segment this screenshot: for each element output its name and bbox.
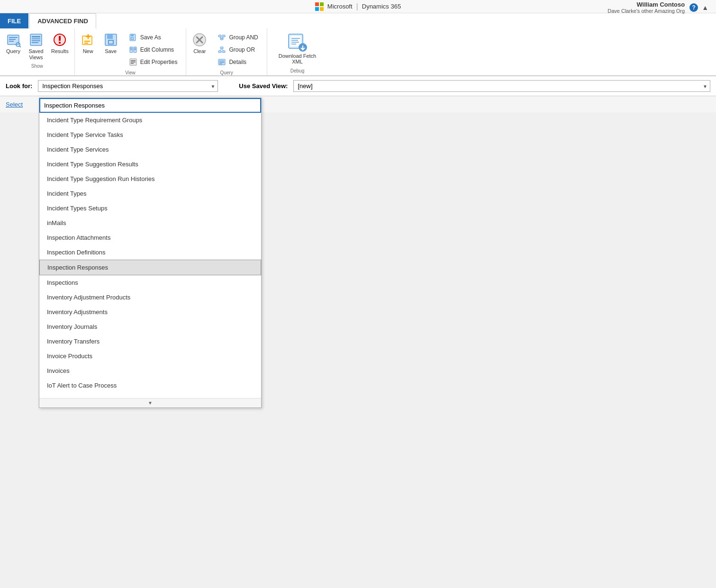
ribbon: FILE ADVANCED FIND (0, 13, 716, 76)
dropdown-item[interactable]: Inventory Adjustment Products (39, 290, 261, 305)
svg-rect-1 (320, 2, 324, 6)
dropdown-search-input[interactable] (39, 98, 261, 113)
edit-properties-button[interactable]: Edit Properties (126, 57, 181, 67)
saved-views-button[interactable]: Saved Views (25, 30, 47, 63)
dropdown-overlay: Incident Type Requirement GroupsIncident… (39, 98, 262, 408)
group-or-label: Group OR (229, 46, 255, 53)
microsoft-logo (315, 2, 324, 11)
edit-columns-button[interactable]: Edit Columns (126, 45, 181, 55)
download-icon (286, 33, 309, 52)
tab-advanced-find[interactable]: ADVANCED FIND (29, 13, 96, 28)
brand-d365: Dynamics 365 (362, 3, 401, 10)
svg-rect-44 (218, 35, 221, 37)
lookfor-bar: Look for: Inspection Responses ▼ Use Sav… (0, 76, 716, 96)
new-icon (81, 32, 96, 47)
svg-rect-34 (134, 48, 136, 49)
settings-icon[interactable]: ▲ (702, 4, 708, 11)
dropdown-item[interactable]: Incident Types (39, 186, 261, 201)
select-btn-area: Select (0, 96, 28, 112)
clear-button[interactable]: Clear (188, 30, 211, 56)
dropdown-item[interactable]: Incident Type Services (39, 142, 261, 157)
brand-divider: | (356, 2, 358, 11)
debug-group-label: Debug (271, 68, 324, 73)
dropdown-item[interactable]: Inspection Responses (39, 260, 261, 275)
new-button[interactable]: New (77, 30, 100, 56)
dropdown-item[interactable]: Inspections (39, 275, 261, 290)
view-small-buttons: Save As (122, 30, 184, 69)
svg-rect-33 (130, 48, 132, 49)
svg-rect-50 (218, 51, 221, 53)
details-button[interactable]: Details (215, 57, 261, 67)
lookfor-label: Look for: (6, 82, 32, 90)
group-or-button[interactable]: Group OR (215, 45, 261, 55)
saved-views-label: Saved Views (28, 48, 43, 61)
dropdown-item[interactable]: Incident Type Suggestion Run Histories (39, 172, 261, 186)
svg-rect-57 (219, 63, 222, 64)
svg-line-9 (19, 46, 21, 47)
use-saved-view-select[interactable]: [new] (293, 80, 710, 92)
svg-rect-49 (220, 47, 223, 49)
group-and-button[interactable]: Group AND (215, 32, 261, 43)
results-icon (52, 32, 67, 47)
group-or-icon (218, 45, 226, 54)
view-group-label: View (77, 70, 184, 75)
download-fetch-xml-button[interactable]: Download Fetch XML (271, 30, 324, 67)
svg-rect-45 (222, 35, 225, 37)
save-button[interactable]: Save (100, 30, 122, 56)
results-button[interactable]: Results (47, 30, 73, 56)
svg-rect-14 (32, 42, 38, 43)
save-icon (103, 32, 118, 47)
dropdown-item[interactable]: IoT Alert to Case Process (39, 378, 261, 393)
svg-line-52 (220, 49, 222, 51)
dropdown-item[interactable]: Inventory Journals (39, 319, 261, 334)
ribbon-content: Query Saved Views (0, 28, 716, 76)
svg-rect-24 (107, 34, 113, 39)
svg-rect-7 (9, 41, 14, 42)
brand-bar: Microsoft | Dynamics 365 (315, 2, 401, 11)
svg-rect-5 (9, 37, 18, 38)
dropdown-item[interactable]: Invoices (39, 363, 261, 378)
svg-rect-35 (130, 49, 132, 50)
svg-rect-13 (32, 40, 40, 41)
save-as-button[interactable]: Save As (126, 32, 181, 43)
dropdown-item[interactable]: Incident Type Suggestion Results (39, 157, 261, 172)
help-icon[interactable]: ? (689, 3, 698, 12)
query-label: Query (6, 48, 20, 54)
dropdown-item[interactable]: inMails (39, 216, 261, 230)
svg-rect-36 (134, 49, 136, 50)
user-info: William Contoso Dave Clarke's other Amaz… (607, 1, 708, 14)
show-group-label: Show (2, 63, 73, 69)
dropdown-list: Incident Type Requirement GroupsIncident… (39, 113, 261, 407)
dropdown-item[interactable]: Incident Types Setups (39, 201, 261, 216)
lookfor-select[interactable]: Inspection Responses (38, 80, 218, 92)
use-saved-view-select-wrapper: [new] ▼ (293, 80, 710, 92)
tab-file[interactable]: FILE (0, 13, 28, 28)
dropdown-item[interactable]: Inventory Transfers (39, 334, 261, 349)
svg-rect-26 (109, 41, 113, 44)
svg-rect-56 (219, 62, 224, 63)
download-fetch-xml-label: Download Fetch XML (279, 53, 317, 64)
saved-views-icon (28, 32, 44, 47)
svg-rect-22 (84, 43, 88, 44)
ribbon-debug-group: Download Fetch XML Debug (267, 28, 328, 75)
dropdown-item[interactable]: Inspection Definitions (39, 245, 261, 260)
svg-rect-2 (315, 7, 319, 11)
query-button[interactable]: Query (2, 30, 25, 56)
dropdown-item[interactable]: Invoice Products (39, 349, 261, 363)
edit-properties-icon (129, 58, 137, 66)
svg-rect-3 (320, 7, 324, 11)
dropdown-bottom-arrow[interactable]: ▼ (39, 398, 261, 407)
ribbon-show-group: Query Saved Views (0, 28, 75, 75)
query-group-label: Query (188, 70, 264, 75)
details-label: Details (229, 59, 246, 65)
dropdown-item[interactable]: Inventory Adjustments (39, 305, 261, 319)
dropdown-item[interactable]: Incident Type Requirement Groups (39, 113, 261, 127)
svg-rect-39 (131, 62, 136, 63)
use-saved-view-label: Use Saved View: (239, 82, 288, 90)
results-label: Results (51, 48, 69, 54)
dropdown-item[interactable]: Incident Type Service Tasks (39, 127, 261, 142)
dropdown-item[interactable]: Inspection Attachments (39, 230, 261, 245)
select-button[interactable]: Select (6, 101, 23, 108)
clear-label: Clear (193, 48, 206, 54)
brand-ms: Microsoft (327, 3, 353, 10)
